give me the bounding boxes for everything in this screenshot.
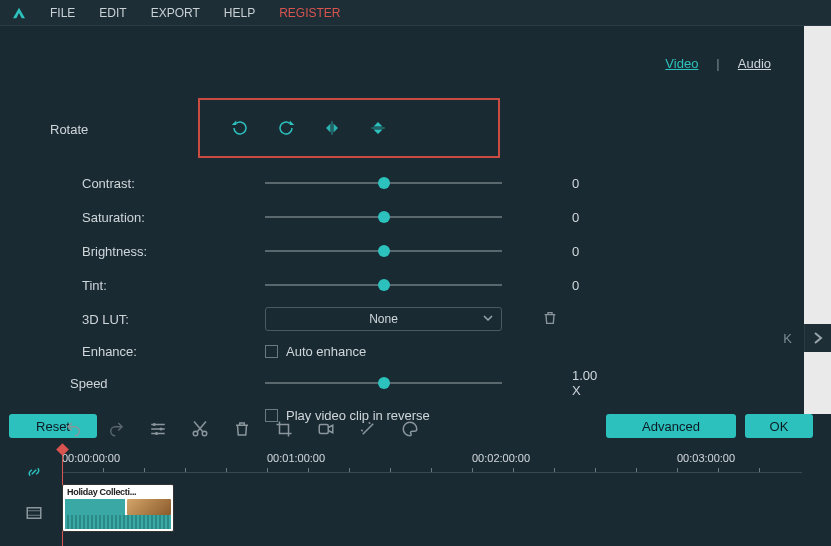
contrast-row: Contrast: 0 (82, 166, 672, 200)
adjust-icon[interactable] (148, 419, 168, 439)
timeline-clip[interactable]: Holiday Collecti... (62, 484, 174, 532)
saturation-value: 0 (572, 210, 672, 225)
cut-icon[interactable] (190, 419, 210, 439)
speed-slider[interactable] (265, 382, 502, 384)
menu-register[interactable]: REGISTER (267, 0, 352, 26)
rotate-label: Rotate (50, 122, 88, 137)
lut-label: 3D LUT: (82, 312, 265, 327)
trash-icon[interactable] (542, 310, 558, 329)
tint-value: 0 (572, 278, 672, 293)
rotate-controls-highlight (198, 98, 500, 158)
enhance-row: Enhance: Auto enhance (82, 336, 672, 366)
rotate-cw-icon[interactable] (230, 118, 250, 138)
contrast-value: 0 (572, 176, 672, 191)
svg-rect-7 (319, 425, 328, 434)
editor-panel: Video | Audio Rotate Contrast: 0 Saturat… (0, 26, 831, 414)
app-logo-icon (8, 2, 30, 24)
speed-value: 1.00 X (572, 368, 672, 398)
menu-bar: FILE EDIT EXPORT HELP REGISTER (0, 0, 831, 26)
menu-export[interactable]: EXPORT (139, 0, 212, 26)
time-tick-1: 00:01:00:00 (267, 452, 325, 464)
keyframe-indicator: K (774, 324, 801, 352)
tab-separator: | (716, 56, 719, 71)
saturation-label: Saturation: (82, 210, 265, 225)
time-tick-0: 00:00:00:00 (62, 452, 120, 464)
contrast-slider[interactable] (265, 182, 502, 184)
clip-thumbnail (127, 499, 171, 515)
tab-audio[interactable]: Audio (738, 56, 771, 71)
menu-edit[interactable]: EDIT (87, 0, 138, 26)
brightness-value: 0 (572, 244, 672, 259)
contrast-label: Contrast: (82, 176, 265, 191)
delete-icon[interactable] (232, 419, 252, 439)
video-track-icon[interactable] (24, 503, 44, 523)
svg-rect-8 (27, 508, 41, 519)
saturation-row: Saturation: 0 (82, 200, 672, 234)
right-gutter (804, 26, 831, 414)
brightness-row: Brightness: 0 (82, 234, 672, 268)
tint-slider[interactable] (265, 284, 502, 286)
speed-row: Speed 1.00 X (70, 366, 672, 400)
enhance-label: Enhance: (82, 344, 265, 359)
tint-label: Tint: (82, 278, 265, 293)
link-track-icon[interactable] (24, 462, 44, 482)
auto-enhance-label: Auto enhance (286, 344, 366, 359)
ruler-ticks (62, 468, 802, 472)
lut-row: 3D LUT: None (82, 302, 672, 336)
clip-title: Holiday Collecti... (65, 487, 171, 498)
menu-file[interactable]: FILE (38, 0, 87, 26)
undo-icon[interactable] (64, 419, 84, 439)
chevron-down-icon (483, 312, 493, 326)
auto-enhance-checkbox[interactable] (265, 345, 278, 358)
expand-right-icon[interactable] (804, 324, 831, 352)
magic-icon[interactable] (358, 419, 378, 439)
timeline-toolbar (0, 414, 831, 444)
ruler-line (62, 472, 802, 473)
redo-icon[interactable] (106, 419, 126, 439)
flip-horizontal-icon[interactable] (322, 118, 342, 138)
saturation-slider[interactable] (265, 216, 502, 218)
record-icon[interactable] (316, 419, 336, 439)
tab-group: Video | Audio (665, 56, 771, 71)
brightness-slider[interactable] (265, 250, 502, 252)
lut-selected: None (369, 312, 398, 326)
tab-video[interactable]: Video (665, 56, 698, 71)
svg-point-3 (160, 428, 163, 431)
clip-meta (65, 499, 125, 515)
brightness-label: Brightness: (82, 244, 265, 259)
palette-icon[interactable] (400, 419, 420, 439)
clip-waveform (65, 515, 171, 529)
rotate-ccw-icon[interactable] (276, 118, 296, 138)
speed-label: Speed (70, 376, 265, 391)
time-tick-3: 00:03:00:00 (677, 452, 735, 464)
menu-help[interactable]: HELP (212, 0, 267, 26)
tint-row: Tint: 0 (82, 268, 672, 302)
crop-icon[interactable] (274, 419, 294, 439)
lut-dropdown[interactable]: None (265, 307, 502, 331)
svg-point-4 (155, 432, 158, 435)
time-tick-2: 00:02:00:00 (472, 452, 530, 464)
flip-vertical-icon[interactable] (368, 118, 388, 138)
svg-point-2 (153, 423, 156, 426)
